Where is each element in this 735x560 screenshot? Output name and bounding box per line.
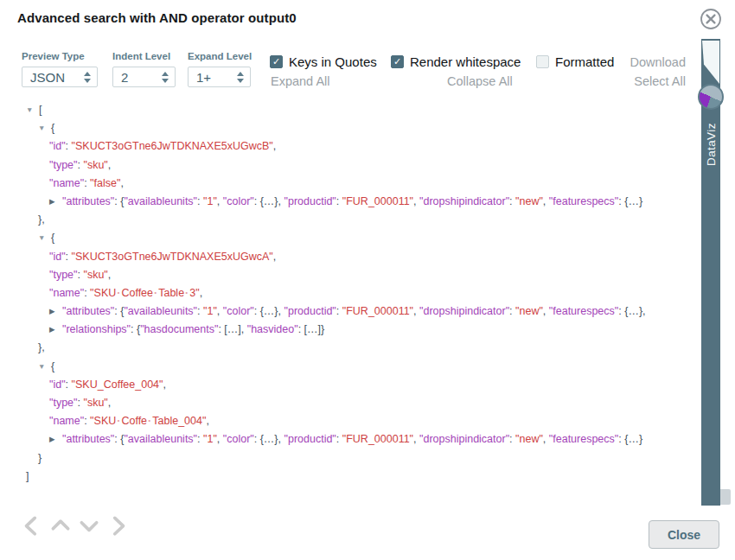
expand-level-label: Expand Level [188, 51, 252, 61]
json-value: "sku" [83, 397, 107, 409]
drawer-arrow-icon[interactable] [702, 41, 719, 84]
spinner-icon[interactable] [162, 72, 169, 83]
json-line: "id": "SKU_Coffee_004", [0, 376, 697, 394]
json-punctuation: }, [38, 341, 45, 353]
spinner-icon[interactable] [237, 72, 244, 83]
json-key: "attributes" [62, 433, 114, 445]
formatted-checkbox[interactable]: ✓ [536, 55, 549, 68]
dataviz-drawer-tab[interactable]: DataViz [701, 39, 720, 506]
json-value: Coffe [121, 415, 147, 427]
render-whitespace-checkbox[interactable]: ✓ [391, 55, 404, 68]
expand-node-icon[interactable]: ▶ [49, 430, 58, 449]
json-line: ▼{ [0, 358, 697, 376]
json-punctuation: , [413, 433, 419, 445]
json-punctuation: , [413, 195, 419, 207]
render-whitespace-option[interactable]: ✓ Render whitespace [391, 54, 521, 69]
json-line: "type": "sku", [0, 394, 697, 412]
collapse-node-icon[interactable]: ▼ [26, 101, 35, 119]
json-punctuation: , [217, 305, 223, 317]
json-punctuation: : { [114, 305, 124, 317]
json-line: ] [0, 468, 697, 486]
json-key: "availableunits" [124, 195, 197, 207]
json-line: } [0, 449, 697, 468]
json-punctuation: : [336, 195, 342, 207]
json-punctuation: , [163, 379, 166, 391]
scrollbar-track[interactable] [719, 489, 731, 505]
json-key: "featurespecs" [549, 433, 618, 445]
json-value: "new" [515, 433, 543, 445]
json-punctuation: , [273, 251, 276, 263]
formatted-option[interactable]: ✓ Formatted [536, 54, 614, 69]
json-line: ▶"attributes": {"availableunits": "1", "… [0, 430, 697, 449]
prev-match-icon[interactable] [21, 514, 43, 537]
json-punctuation: , [217, 195, 223, 207]
json-punctuation: , [200, 287, 202, 299]
json-value: "1" [203, 195, 217, 207]
json-key: "productid" [284, 195, 336, 207]
json-line: "type": "sku", [0, 156, 697, 175]
collapse-node-icon[interactable]: ▼ [38, 119, 47, 137]
json-key: "id" [49, 379, 66, 391]
json-key: "name" [49, 177, 84, 189]
expand-all-link[interactable]: Expand All [271, 74, 330, 88]
json-punctuation: : [66, 140, 72, 152]
match-navigation [21, 514, 129, 537]
collapse-all-link[interactable]: Collapse All [447, 74, 513, 88]
json-value: Table [158, 287, 184, 299]
json-line: }, [0, 211, 697, 229]
up-match-icon[interactable] [49, 514, 72, 537]
json-value: "SKU [90, 415, 116, 427]
expand-node-icon[interactable]: ▶ [49, 321, 58, 339]
json-value: "new" [515, 305, 543, 317]
keys-in-quotes-option[interactable]: ✓ Keys in Quotes [270, 54, 377, 69]
json-punctuation: , [543, 433, 549, 445]
expand-level-value: 1+ [196, 70, 211, 85]
json-line: ▶"relationships": {"hasdocuments": […], … [0, 321, 697, 339]
indent-level-select[interactable]: 2 [112, 67, 176, 87]
expand-node-icon[interactable]: ▶ [49, 302, 58, 321]
preview-type-select[interactable]: JSON [22, 67, 98, 87]
close-button[interactable]: Close [649, 520, 719, 549]
expand-node-icon[interactable]: ▶ [49, 193, 58, 211]
json-line: "name": "SKU·Coffe·Table_004", [0, 412, 697, 430]
close-dialog-icon[interactable] [700, 8, 722, 30]
json-line: "id": "SKUCT3oGTne6JwTDKNAXE5xUGwcA", [0, 248, 697, 266]
collapse-node-icon[interactable]: ▼ [38, 229, 47, 247]
json-key: "name" [49, 415, 84, 427]
down-match-icon[interactable] [78, 514, 100, 537]
json-key: "id" [49, 251, 66, 263]
json-punctuation: , [413, 305, 419, 317]
json-punctuation: : {…}, [254, 195, 284, 207]
json-line: "id": "SKUCT3oGTne6JwTDKNAXE5xUGwcB", [0, 137, 697, 156]
json-punctuation: : { [131, 323, 140, 335]
json-key: "id" [49, 140, 66, 152]
json-value: 3" [189, 287, 199, 299]
json-value: "SKU_Coffee_004" [72, 379, 163, 391]
json-punctuation: { [51, 360, 54, 372]
select-all-link[interactable]: Select All [634, 74, 686, 88]
json-key: "productid" [284, 433, 336, 445]
json-key: "attributes" [62, 305, 114, 317]
preview-type-label: Preview Type [22, 51, 85, 61]
json-punctuation: , [120, 177, 123, 189]
download-link[interactable]: Download [630, 55, 687, 69]
json-key: "hasdocuments" [140, 323, 218, 335]
json-punctuation: : {…} [618, 195, 642, 207]
json-line: "type": "sku", [0, 266, 697, 284]
json-key: "relationships" [62, 323, 131, 335]
spinner-icon[interactable] [84, 72, 91, 83]
next-match-icon[interactable] [106, 514, 129, 537]
json-punctuation: { [51, 232, 54, 244]
keys-in-quotes-checkbox[interactable]: ✓ [270, 55, 283, 68]
json-value: "FUR_000011" [342, 305, 413, 317]
json-value: "sku" [83, 269, 107, 281]
dataviz-pie-logo-icon [698, 84, 724, 110]
json-key: "featurespecs" [549, 305, 618, 317]
json-key: "dropshipindicator" [419, 433, 509, 445]
json-line: "name": "SKU·Coffee·Table·3", [0, 284, 697, 302]
collapse-node-icon[interactable]: ▼ [38, 358, 47, 376]
json-punctuation: { [51, 122, 54, 134]
expand-level-select[interactable]: 1+ [188, 67, 251, 87]
json-punctuation: : [66, 251, 72, 263]
json-key: "color" [223, 195, 254, 207]
